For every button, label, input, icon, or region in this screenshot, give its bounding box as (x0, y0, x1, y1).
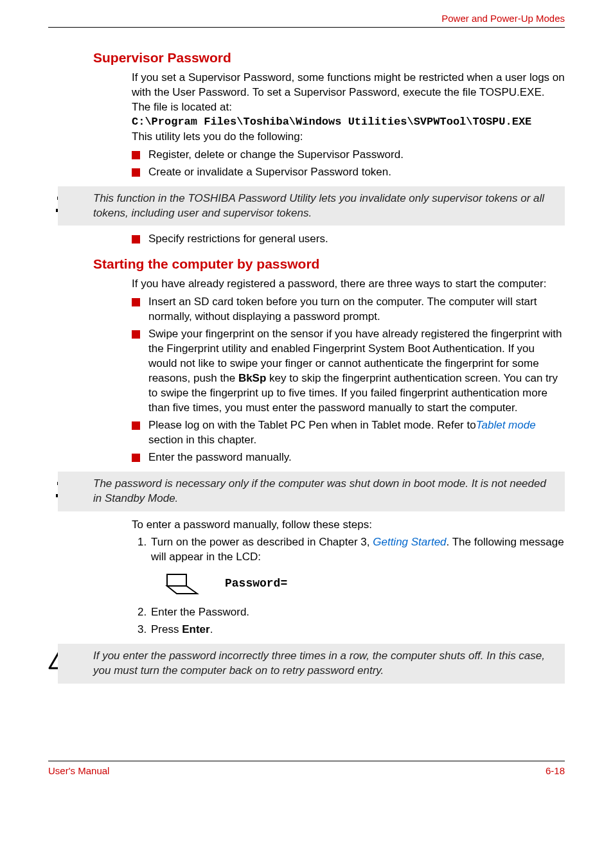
note-callout-1: This function in the TOSHIBA Password Ut… (48, 186, 565, 226)
steps-list: Turn on the power as described in Chapte… (132, 535, 565, 637)
footer-rule: User's Manual 6-18 (48, 761, 565, 776)
step-1: Turn on the power as described in Chapte… (150, 535, 565, 596)
list-item: Register, delete or change the Superviso… (132, 148, 565, 163)
note-text: This function in the TOSHIBA Password Ut… (58, 186, 565, 226)
caution-text: If you enter the password incorrectly th… (58, 644, 565, 684)
text-frag: Turn on the power as described in Chapte… (151, 536, 373, 548)
para-utility-lets: This utility lets you do the following: (132, 130, 565, 145)
footer-right: 6-18 (546, 765, 565, 776)
section-title-supervisor: Supervisor Password (93, 50, 565, 66)
para-supervisor-intro: If you set a Supervisor Password, some f… (132, 71, 565, 115)
password-prompt: Password= (225, 576, 287, 591)
note-callout-2: The password is necessary only if the co… (48, 472, 565, 511)
header-crumb: Power and Power-Up Modes (441, 13, 565, 24)
list-item: Enter the password manually. (132, 450, 565, 465)
laptop-icon (164, 571, 199, 596)
supervisor-body-2: Specify restrictions for general users. (132, 232, 565, 247)
bullets-supervisor-1: Register, delete or change the Superviso… (132, 148, 565, 180)
list-item: Create or invalidate a Supervisor Passwo… (132, 165, 565, 180)
header-rule: Power and Power-Up Modes (48, 13, 565, 28)
bullets-supervisor-2: Specify restrictions for general users. (132, 232, 565, 247)
key-enter: Enter (182, 623, 209, 635)
text-frag: section in this chapter. (148, 434, 256, 446)
para-manual-steps: To enter a password manually, follow the… (132, 518, 565, 533)
starting-body: If you have already registered a passwor… (132, 277, 565, 465)
supervisor-body: If you set a Supervisor Password, some f… (132, 71, 565, 180)
link-tablet-mode[interactable]: Tablet mode (476, 419, 536, 431)
list-item: Specify restrictions for general users. (132, 232, 565, 247)
starting-steps-block: To enter a password manually, follow the… (132, 518, 565, 638)
text-frag: . (210, 623, 213, 635)
list-item: Please log on with the Tablet PC Pen whe… (132, 418, 565, 448)
text-frag: Press (151, 623, 182, 635)
caution-callout: If you enter the password incorrectly th… (48, 644, 565, 684)
link-getting-started[interactable]: Getting Started (373, 536, 446, 548)
code-path: C:\Program Files\Toshiba\Windows Utiliti… (132, 115, 565, 130)
step-3: Press Enter. (150, 623, 565, 637)
list-item: Swipe your fingerprint on the sensor if … (132, 327, 565, 416)
step-2: Enter the Password. (150, 605, 565, 620)
text-frag: Please log on with the Tablet PC Pen whe… (148, 419, 476, 431)
key-bksp: BkSp (238, 372, 266, 384)
note-text: The password is necessary only if the co… (58, 472, 565, 511)
section-title-starting: Starting the computer by password (93, 256, 565, 272)
list-item: Insert an SD card token before you turn … (132, 295, 565, 324)
para-starting-intro: If you have already registered a passwor… (132, 277, 565, 292)
footer-left: User's Manual (48, 765, 109, 776)
prompt-row: Password= (164, 571, 565, 596)
bullets-starting: Insert an SD card token before you turn … (132, 295, 565, 465)
